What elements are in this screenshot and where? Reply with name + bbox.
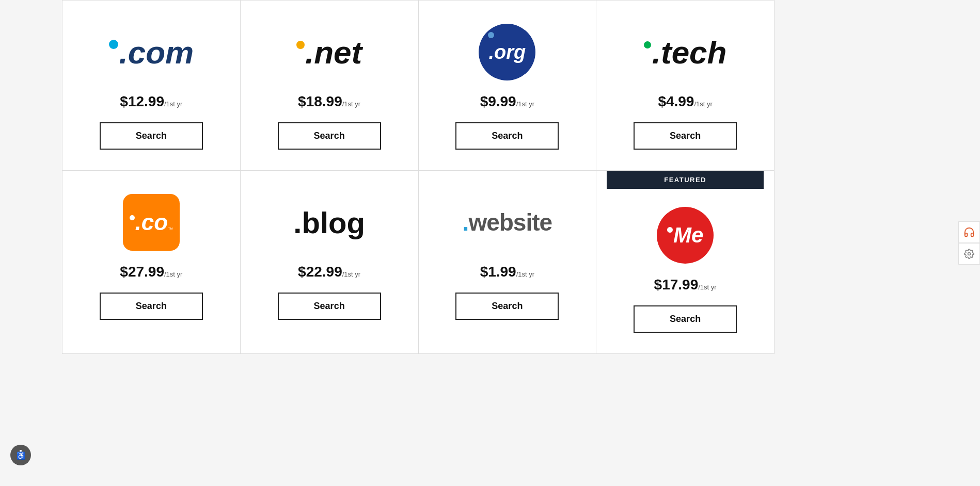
tech-tld-text: .tech: [652, 34, 727, 71]
domain-card-net: .net $18.99/1st yr Search: [241, 1, 419, 171]
domain-card-tech: .tech $4.99/1st yr Search: [596, 1, 774, 171]
co-price-main: $27.99: [120, 264, 164, 280]
domain-grid: .com $12.99/1st yr Search .net $18.99/1s…: [62, 0, 774, 354]
me-logo: Me: [657, 207, 714, 264]
co-search-button[interactable]: Search: [100, 293, 203, 320]
net-logo: .net: [296, 34, 362, 71]
me-price: $17.99/1st yr: [654, 277, 717, 293]
headset-icon-button[interactable]: [958, 221, 980, 243]
co-dot: [130, 215, 135, 220]
domain-card-org: .org $9.99/1st yr Search: [419, 1, 597, 171]
domain-card-co: .co ™ $27.99/1st yr Search: [62, 171, 241, 354]
website-dot-accent: .: [463, 209, 469, 236]
com-dot: [109, 40, 118, 49]
me-dot: [667, 227, 673, 233]
tech-price: $4.99/1st yr: [658, 93, 712, 110]
me-price-period: /1st yr: [698, 283, 716, 291]
org-price-main: $9.99: [480, 93, 516, 109]
blog-tld-text: .blog: [293, 205, 365, 240]
headset-icon: [963, 226, 975, 238]
org-dot: [488, 32, 494, 38]
website-logo-area: .website: [463, 191, 552, 253]
domain-listing-page: .com $12.99/1st yr Search .net $18.99/1s…: [62, 0, 774, 354]
settings-icon-button[interactable]: [958, 243, 980, 265]
tech-logo-area: .tech: [644, 21, 727, 83]
net-dot: [296, 41, 305, 49]
blog-price: $22.99/1st yr: [298, 264, 360, 280]
website-price-period: /1st yr: [516, 270, 534, 278]
accessibility-button[interactable]: ♿: [10, 445, 31, 465]
me-search-button[interactable]: Search: [634, 305, 737, 333]
co-tld-text: .co: [135, 209, 168, 235]
me-inner: Me: [667, 223, 703, 248]
net-price: $18.99/1st yr: [298, 93, 360, 110]
accessibility-icon: ♿: [14, 449, 27, 461]
org-logo-area: .org: [479, 21, 535, 83]
org-price: $9.99/1st yr: [480, 93, 534, 110]
website-tld-text: .website: [463, 208, 552, 236]
co-price-period: /1st yr: [164, 270, 182, 278]
co-tm: ™: [168, 226, 173, 232]
org-tld-text: .org: [488, 41, 526, 63]
net-price-period: /1st yr: [342, 100, 360, 108]
svg-point-0: [968, 253, 971, 255]
domain-card-me: FEATURED Me $17.99/1st yr Search: [596, 171, 774, 354]
org-search-button[interactable]: Search: [455, 122, 559, 150]
domain-card-website: .website $1.99/1st yr Search: [419, 171, 597, 354]
co-price: $27.99/1st yr: [120, 264, 182, 280]
com-price-period: /1st yr: [164, 100, 182, 108]
net-tld-text: .net: [305, 34, 362, 71]
featured-badge: FEATURED: [607, 171, 764, 189]
net-search-button[interactable]: Search: [278, 122, 381, 150]
website-price-main: $1.99: [480, 264, 516, 280]
com-logo-area: .com: [109, 21, 194, 83]
domain-card-com: .com $12.99/1st yr Search: [62, 1, 241, 171]
blog-price-main: $22.99: [298, 264, 342, 280]
org-price-period: /1st yr: [516, 100, 534, 108]
tech-search-button[interactable]: Search: [634, 122, 737, 150]
me-logo-area: Me: [657, 204, 714, 266]
svg-text:♿: ♿: [17, 451, 26, 460]
com-price: $12.99/1st yr: [120, 93, 182, 110]
com-price-main: $12.99: [120, 93, 164, 109]
com-search-button[interactable]: Search: [100, 122, 203, 150]
domain-card-blog: .blog $22.99/1st yr Search: [241, 171, 419, 354]
co-inner: .co ™: [130, 209, 173, 235]
tech-price-period: /1st yr: [694, 100, 712, 108]
website-search-button[interactable]: Search: [455, 293, 559, 320]
co-logo: .co ™: [123, 194, 180, 251]
sidebar-icons: [958, 221, 980, 265]
net-logo-area: .net: [296, 21, 362, 83]
me-tld-text: Me: [673, 223, 703, 248]
com-tld-text: .com: [119, 34, 194, 71]
blog-price-period: /1st yr: [342, 270, 360, 278]
me-price-main: $17.99: [654, 277, 699, 293]
blog-search-button[interactable]: Search: [278, 293, 381, 320]
tech-dot: [644, 41, 651, 48]
org-logo: .org: [479, 24, 535, 80]
settings-icon: [964, 249, 974, 259]
net-price-main: $18.99: [298, 93, 342, 109]
co-logo-area: .co ™: [123, 191, 180, 253]
tech-logo: .tech: [644, 34, 727, 71]
website-price: $1.99/1st yr: [480, 264, 534, 280]
blog-logo-area: .blog: [293, 191, 365, 253]
com-logo: .com: [109, 34, 194, 71]
tech-price-main: $4.99: [658, 93, 694, 109]
